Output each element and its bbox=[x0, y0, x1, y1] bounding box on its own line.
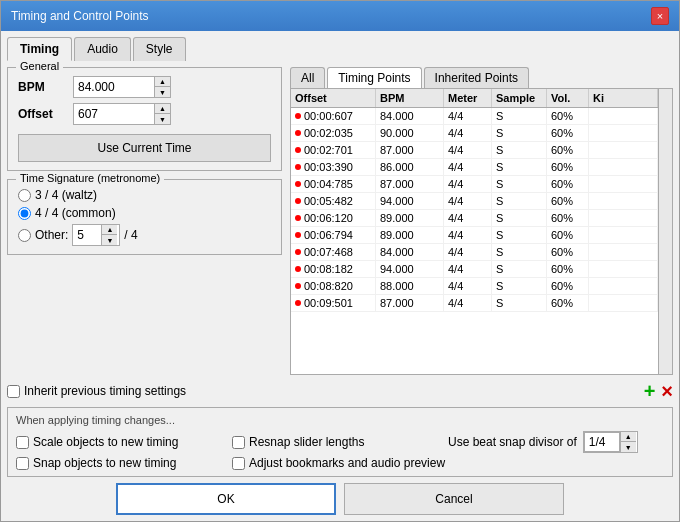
cell-offset: 00:03:390 bbox=[291, 159, 376, 175]
radio-other[interactable] bbox=[18, 229, 31, 242]
cell-sample: S bbox=[492, 193, 547, 209]
other-spinner: ▲ ▼ bbox=[72, 224, 120, 246]
snap-label: Snap objects to new timing bbox=[33, 456, 176, 470]
cell-offset: 00:04:785 bbox=[291, 176, 376, 192]
cell-ki bbox=[589, 295, 658, 311]
beat-snap-up-button[interactable]: ▲ bbox=[620, 432, 636, 442]
cell-offset: 00:06:794 bbox=[291, 227, 376, 243]
beat-snap-spinner: ▲ ▼ bbox=[583, 431, 638, 453]
table-row[interactable]: 00:03:390 86.000 4/4 S 60% bbox=[291, 159, 658, 176]
cell-offset: 00:05:482 bbox=[291, 193, 376, 209]
cell-vol: 60% bbox=[547, 159, 589, 175]
cell-offset: 00:07:468 bbox=[291, 244, 376, 260]
remove-timing-point-button[interactable]: × bbox=[661, 381, 673, 401]
cell-offset: 00:08:820 bbox=[291, 278, 376, 294]
radio-3-4-row: 3 / 4 (waltz) bbox=[18, 188, 271, 202]
cell-bpm: 89.000 bbox=[376, 227, 444, 243]
col-meter: Meter bbox=[444, 89, 492, 107]
cell-ki bbox=[589, 244, 658, 260]
time-sig-label: Time Signature (metronome) bbox=[16, 172, 164, 184]
bpm-up-button[interactable]: ▲ bbox=[154, 77, 170, 87]
cell-vol: 60% bbox=[547, 142, 589, 158]
ok-button[interactable]: OK bbox=[116, 483, 336, 515]
bpm-input[interactable] bbox=[74, 78, 154, 96]
cell-bpm: 94.000 bbox=[376, 261, 444, 277]
col-sample: Sample bbox=[492, 89, 547, 107]
scale-checkbox[interactable] bbox=[16, 436, 29, 449]
tab-style[interactable]: Style bbox=[133, 37, 186, 61]
resnap-checkbox[interactable] bbox=[232, 436, 245, 449]
cell-offset: 00:02:701 bbox=[291, 142, 376, 158]
table-row[interactable]: 00:09:501 87.000 4/4 S 60% bbox=[291, 295, 658, 312]
add-timing-point-button[interactable]: + bbox=[644, 381, 656, 401]
offset-label: Offset bbox=[18, 107, 73, 121]
beat-snap-down-button[interactable]: ▼ bbox=[620, 442, 636, 452]
table-row[interactable]: 00:00:607 84.000 4/4 S 60% bbox=[291, 108, 658, 125]
other-down-button[interactable]: ▼ bbox=[101, 235, 117, 245]
adjust-checkbox[interactable] bbox=[232, 457, 245, 470]
cell-vol: 60% bbox=[547, 244, 589, 260]
cell-sample: S bbox=[492, 295, 547, 311]
radio-4-4[interactable] bbox=[18, 207, 31, 220]
cell-bpm: 86.000 bbox=[376, 159, 444, 175]
table-wrap: Offset BPM Meter Sample Vol. Ki 00:00:60… bbox=[290, 88, 673, 375]
adjust-label: Adjust bookmarks and audio preview bbox=[249, 456, 445, 470]
cell-sample: S bbox=[492, 142, 547, 158]
cell-bpm: 84.000 bbox=[376, 244, 444, 260]
table-row[interactable]: 00:08:820 88.000 4/4 S 60% bbox=[291, 278, 658, 295]
close-button[interactable]: × bbox=[651, 7, 669, 25]
cell-vol: 60% bbox=[547, 210, 589, 226]
cell-meter: 4/4 bbox=[444, 142, 492, 158]
snap-checkbox[interactable] bbox=[16, 457, 29, 470]
cell-offset: 00:09:501 bbox=[291, 295, 376, 311]
radio-4-4-row: 4 / 4 (common) bbox=[18, 206, 271, 220]
table-row[interactable]: 00:06:120 89.000 4/4 S 60% bbox=[291, 210, 658, 227]
beat-snap-spinner-buttons: ▲ ▼ bbox=[620, 432, 636, 452]
use-current-time-button[interactable]: Use Current Time bbox=[18, 134, 271, 162]
cell-vol: 60% bbox=[547, 108, 589, 124]
title-bar: Timing and Control Points × bbox=[1, 1, 679, 31]
cell-sample: S bbox=[492, 159, 547, 175]
content: Timing Audio Style General BPM ▲ ▼ bbox=[1, 31, 679, 521]
dialog: Timing and Control Points × Timing Audio… bbox=[0, 0, 680, 522]
table-row[interactable]: 00:06:794 89.000 4/4 S 60% bbox=[291, 227, 658, 244]
scrollbar[interactable] bbox=[658, 89, 672, 374]
table-row[interactable]: 00:02:035 90.000 4/4 S 60% bbox=[291, 125, 658, 142]
cell-meter: 4/4 bbox=[444, 176, 492, 192]
cell-sample: S bbox=[492, 210, 547, 226]
offset-down-button[interactable]: ▼ bbox=[154, 114, 170, 124]
col-vol: Vol. bbox=[547, 89, 589, 107]
cell-ki bbox=[589, 193, 658, 209]
table-row[interactable]: 00:07:468 84.000 4/4 S 60% bbox=[291, 244, 658, 261]
apply-title: When applying timing changes... bbox=[16, 414, 664, 426]
other-input[interactable] bbox=[73, 226, 101, 244]
table-row[interactable]: 00:05:482 94.000 4/4 S 60% bbox=[291, 193, 658, 210]
cell-meter: 4/4 bbox=[444, 108, 492, 124]
bpm-down-button[interactable]: ▼ bbox=[154, 87, 170, 97]
radio-3-4[interactable] bbox=[18, 189, 31, 202]
tab-timing-points[interactable]: Timing Points bbox=[327, 67, 421, 88]
radio-other-row: Other: ▲ ▼ / 4 bbox=[18, 224, 271, 246]
tab-all[interactable]: All bbox=[290, 67, 325, 88]
cell-meter: 4/4 bbox=[444, 193, 492, 209]
other-up-button[interactable]: ▲ bbox=[101, 225, 117, 235]
resnap-label: Resnap slider lengths bbox=[249, 435, 364, 449]
inherit-checkbox[interactable] bbox=[7, 385, 20, 398]
tab-timing[interactable]: Timing bbox=[7, 37, 72, 61]
cell-ki bbox=[589, 278, 658, 294]
cell-ki bbox=[589, 159, 658, 175]
offset-input[interactable] bbox=[74, 105, 154, 123]
offset-up-button[interactable]: ▲ bbox=[154, 104, 170, 114]
apply-section: When applying timing changes... Scale ob… bbox=[7, 407, 673, 477]
cancel-button[interactable]: Cancel bbox=[344, 483, 564, 515]
table-row[interactable]: 00:02:701 87.000 4/4 S 60% bbox=[291, 142, 658, 159]
offset-spinner: ▲ ▼ bbox=[73, 103, 171, 125]
cell-vol: 60% bbox=[547, 227, 589, 243]
tab-inherited-points[interactable]: Inherited Points bbox=[424, 67, 529, 88]
cell-ki bbox=[589, 261, 658, 277]
cell-ki bbox=[589, 142, 658, 158]
beat-snap-input[interactable] bbox=[584, 432, 620, 452]
table-row[interactable]: 00:08:182 94.000 4/4 S 60% bbox=[291, 261, 658, 278]
table-row[interactable]: 00:04:785 87.000 4/4 S 60% bbox=[291, 176, 658, 193]
tab-audio[interactable]: Audio bbox=[74, 37, 131, 61]
